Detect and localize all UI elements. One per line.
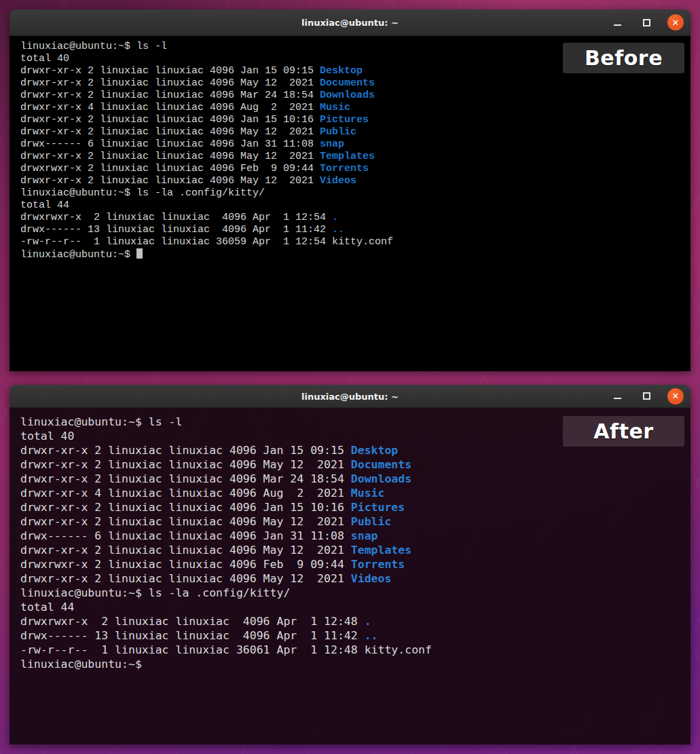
directory-name: Music <box>320 102 350 113</box>
directory-name: Videos <box>320 175 356 187</box>
directory-name: Documents <box>320 77 375 89</box>
terminal-line: drwxr-xr-x 2 linuxiac linuxiac 4096 May … <box>20 77 690 90</box>
terminal-line: drwxr-xr-x 2 linuxiac linuxiac 4096 Mar … <box>20 90 690 102</box>
titlebar[interactable]: linuxiac@ubuntu: ~ ✕ <box>10 10 690 36</box>
terminal-line: drwxr-xr-x 2 linuxiac linuxiac 4096 May … <box>20 543 690 557</box>
close-icon: ✕ <box>672 18 680 27</box>
directory-name: Pictures <box>351 501 405 514</box>
terminal-line: drwxr-xr-x 2 linuxiac linuxiac 4096 Mar … <box>20 472 690 486</box>
after-badge: After <box>563 416 684 447</box>
minimize-button[interactable] <box>609 14 625 31</box>
before-badge: Before <box>563 43 684 73</box>
line-text: drwxrwxr-x 2 linuxiac linuxiac 4096 Apr … <box>20 212 332 223</box>
terminal-screen-before[interactable]: linuxiac@ubuntu:~$ ls -l total 40 drwxr-… <box>10 36 690 371</box>
line-text: drwxr-xr-x 2 linuxiac linuxiac 4096 Jan … <box>20 65 320 77</box>
line-text: drwxrwxr-x 2 linuxiac linuxiac 4096 Apr … <box>20 615 365 628</box>
terminal-line: linuxiac@ubuntu:~$ <box>20 657 690 671</box>
terminal-line: drwxr-xr-x 2 linuxiac linuxiac 4096 May … <box>20 514 690 529</box>
directory-name: Public <box>320 126 356 138</box>
directory-name: .. <box>332 224 344 235</box>
directory-name: snap <box>351 529 378 542</box>
terminal-output: linuxiac@ubuntu:~$ ls -l total 40 drwxr-… <box>20 415 690 671</box>
directory-name: Music <box>351 487 385 499</box>
terminal-line: drwxr-xr-x 2 linuxiac linuxiac 4096 May … <box>20 151 690 163</box>
window-controls: ✕ <box>609 10 684 35</box>
line-text: drwxr-xr-x 2 linuxiac linuxiac 4096 Jan … <box>20 501 351 514</box>
terminal-line: -rw-r--r-- 1 linuxiac linuxiac 36061 Apr… <box>20 643 690 657</box>
terminal-line: drwxrwxr-x 2 linuxiac linuxiac 4096 Apr … <box>20 212 690 224</box>
line-text: drwx------ 13 linuxiac linuxiac 4096 Apr… <box>20 224 332 235</box>
minimize-icon <box>614 24 621 26</box>
terminal-output: linuxiac@ubuntu:~$ ls -l total 40 drwxr-… <box>20 41 690 261</box>
directory-name: Templates <box>320 151 375 162</box>
directory-name: Downloads <box>351 472 411 485</box>
directory-name: Downloads <box>320 90 375 101</box>
line-text: drwxr-xr-x 2 linuxiac linuxiac 4096 May … <box>20 544 351 557</box>
terminal-window-after: linuxiac@ubuntu: ~ ✕ linuxiac@ubuntu:~$ … <box>10 385 690 744</box>
maximize-button[interactable] <box>638 14 655 31</box>
terminal-line: drwxr-xr-x 4 linuxiac linuxiac 4096 Aug … <box>20 486 690 500</box>
line-text: total 44 <box>20 601 74 614</box>
line-text: linuxiac@ubuntu:~$ ls -l <box>20 415 182 428</box>
line-text: drwxr-xr-x 2 linuxiac linuxiac 4096 May … <box>20 175 320 187</box>
terminal-line: linuxiac@ubuntu:~$ <box>20 248 690 261</box>
terminal-line: drwxr-xr-x 2 linuxiac linuxiac 4096 Jan … <box>20 500 690 514</box>
terminal-window-before: linuxiac@ubuntu: ~ ✕ linuxiac@ubuntu:~$ … <box>10 10 690 371</box>
minimize-button[interactable] <box>609 388 625 404</box>
directory-name: Desktop <box>320 65 363 77</box>
line-text: drwxrwxr-x 2 linuxiac linuxiac 4096 Feb … <box>20 558 351 571</box>
line-text: drwxr-xr-x 4 linuxiac linuxiac 4096 Aug … <box>20 102 320 113</box>
line-text: -rw-r--r-- 1 linuxiac linuxiac 36059 Apr… <box>20 236 393 248</box>
window-title: linuxiac@ubuntu: ~ <box>10 391 690 401</box>
line-text: drwx------ 6 linuxiac linuxiac 4096 Jan … <box>20 138 320 150</box>
close-button[interactable]: ✕ <box>667 388 684 404</box>
window-controls: ✕ <box>609 385 684 407</box>
terminal-line: drwxr-xr-x 2 linuxiac linuxiac 4096 May … <box>20 571 690 586</box>
terminal-line: drwxrwxr-x 2 linuxiac linuxiac 4096 Feb … <box>20 163 690 175</box>
terminal-line: drwx------ 6 linuxiac linuxiac 4096 Jan … <box>20 529 690 543</box>
line-text: -rw-r--r-- 1 linuxiac linuxiac 36061 Apr… <box>20 643 432 656</box>
directory-name: Public <box>351 515 392 528</box>
directory-name: Templates <box>351 544 411 557</box>
terminal-screen-after[interactable]: linuxiac@ubuntu:~$ ls -l total 40 drwxr-… <box>10 408 690 744</box>
close-icon: ✕ <box>672 392 680 400</box>
terminal-line: drwx------ 13 linuxiac linuxiac 4096 Apr… <box>20 224 690 236</box>
line-text: drwxrwxr-x 2 linuxiac linuxiac 4096 Feb … <box>20 163 320 174</box>
directory-name: Torrents <box>320 163 369 174</box>
directory-name: Torrents <box>351 558 405 571</box>
directory-name: Pictures <box>320 114 369 126</box>
terminal-line: drwx------ 6 linuxiac linuxiac 4096 Jan … <box>20 138 690 151</box>
terminal-line: drwxr-xr-x 4 linuxiac linuxiac 4096 Aug … <box>20 102 690 114</box>
line-text: drwxr-xr-x 2 linuxiac linuxiac 4096 Mar … <box>20 90 320 101</box>
directory-name: Videos <box>351 572 392 585</box>
line-text: linuxiac@ubuntu:~$ ls -l <box>20 41 167 52</box>
maximize-icon <box>643 19 650 26</box>
maximize-button[interactable] <box>638 388 655 404</box>
titlebar[interactable]: linuxiac@ubuntu: ~ ✕ <box>10 385 690 408</box>
line-text: drwx------ 13 linuxiac linuxiac 4096 Apr… <box>20 629 365 642</box>
line-text: linuxiac@ubuntu:~$ <box>20 249 136 261</box>
line-text: drwxr-xr-x 2 linuxiac linuxiac 4096 May … <box>20 77 320 89</box>
terminal-line: drwxr-xr-x 2 linuxiac linuxiac 4096 Jan … <box>20 114 690 126</box>
close-button[interactable]: ✕ <box>667 14 684 31</box>
directory-name: Desktop <box>351 444 399 457</box>
line-text: drwx------ 6 linuxiac linuxiac 4096 Jan … <box>20 529 351 542</box>
terminal-line: drwxrwxr-x 2 linuxiac linuxiac 4096 Apr … <box>20 614 690 628</box>
terminal-line: -rw-r--r-- 1 linuxiac linuxiac 36059 Apr… <box>20 236 690 248</box>
line-text: linuxiac@ubuntu:~$ ls -la .config/kitty/ <box>20 586 290 599</box>
directory-name: Documents <box>351 458 411 471</box>
line-text: drwxr-xr-x 4 linuxiac linuxiac 4096 Aug … <box>20 487 351 499</box>
terminal-line: drwxrwxr-x 2 linuxiac linuxiac 4096 Feb … <box>20 557 690 571</box>
line-text: linuxiac@ubuntu:~$ <box>20 658 149 671</box>
terminal-line: total 44 <box>20 600 690 614</box>
line-text: drwxr-xr-x 2 linuxiac linuxiac 4096 May … <box>20 126 320 138</box>
line-text: drwxr-xr-x 2 linuxiac linuxiac 4096 May … <box>20 458 351 471</box>
terminal-line: drwx------ 13 linuxiac linuxiac 4096 Apr… <box>20 628 690 643</box>
line-text: drwxr-xr-x 2 linuxiac linuxiac 4096 May … <box>20 515 351 528</box>
terminal-line: total 44 <box>20 200 690 212</box>
line-text: drwxr-xr-x 2 linuxiac linuxiac 4096 May … <box>20 151 320 162</box>
line-text: total 44 <box>20 200 69 211</box>
terminal-line: linuxiac@ubuntu:~$ ls -la .config/kitty/ <box>20 586 690 600</box>
line-text: total 40 <box>20 53 69 64</box>
line-text: total 40 <box>20 430 74 442</box>
